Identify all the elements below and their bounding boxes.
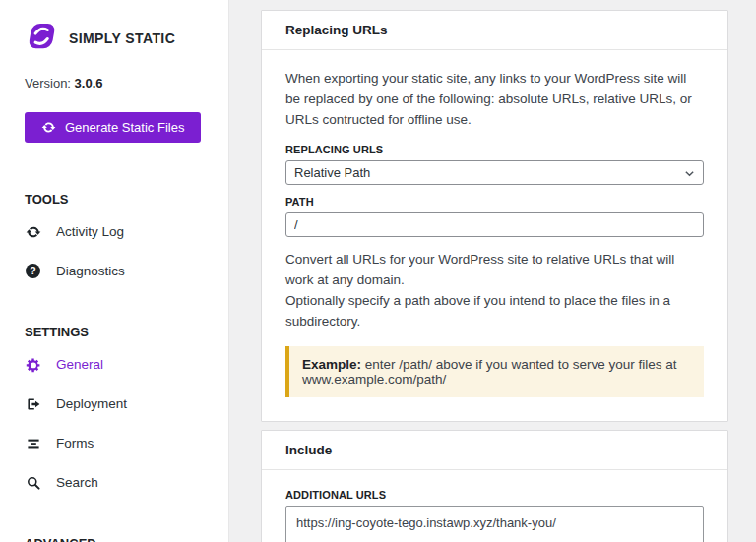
card-title-include: Include [262, 431, 727, 470]
example-label: Example: [302, 357, 361, 372]
version-text: Version: 3.0.6 [25, 76, 209, 90]
replacing-urls-card: Replacing URLs When exporting your stati… [261, 10, 728, 422]
sidebar-item-label: General [56, 357, 103, 372]
generate-static-files-button[interactable]: Generate Static Files [25, 112, 201, 143]
sidebar-item-search[interactable]: Search [25, 468, 209, 497]
additional-urls-textarea[interactable]: https://ing-coyote-tego.instawp.xyz/than… [285, 506, 704, 542]
sidebar-item-label: Deployment [56, 396, 127, 411]
search-icon [25, 474, 41, 491]
sidebar-item-activity-log[interactable]: Activity Log [25, 217, 209, 246]
path-input[interactable] [285, 212, 704, 237]
generate-button-label: Generate Static Files [65, 120, 184, 135]
settings-content: Replacing URLs When exporting your stati… [230, 0, 756, 542]
plugin-name: SIMPLY STATIC [69, 30, 175, 46]
sidebar-item-label: Diagnostics [56, 264, 125, 278]
sidebar-item-label: Activity Log [56, 224, 124, 239]
section-title-settings: SETTINGS [25, 325, 209, 339]
export-icon [25, 395, 41, 412]
simply-static-logo-icon [25, 22, 60, 54]
forms-icon [25, 435, 41, 452]
sidebar-item-deployment[interactable]: Deployment [25, 390, 209, 418]
refresh-icon [25, 223, 41, 240]
sidebar-item-label: Forms [56, 436, 94, 451]
help-icon: ? [25, 263, 41, 279]
sidebar-item-label: Search [56, 475, 98, 490]
relative-url-help: Convert all URLs for your WordPress site… [285, 250, 704, 332]
example-notice: Example: enter /path/ above if you wante… [285, 346, 704, 397]
plugin-logo: SIMPLY STATIC [25, 22, 209, 54]
replacing-urls-select[interactable]: Relative Path [285, 160, 704, 185]
additional-urls-label: ADDITIONAL URLS [285, 489, 704, 501]
sidebar-item-forms[interactable]: Forms [25, 429, 209, 457]
include-card: Include ADDITIONAL URLS https://ing-coyo… [261, 430, 728, 542]
replacing-urls-select-label: REPLACING URLS [285, 144, 704, 155]
path-label: PATH [285, 196, 704, 208]
sidebar-item-general[interactable]: General [25, 350, 209, 379]
section-title-advanced: ADVANCED [25, 536, 209, 542]
refresh-icon [41, 120, 56, 135]
card-title-replacing-urls: Replacing URLs [262, 11, 727, 50]
replacing-urls-intro: When exporting your static site, any lin… [285, 69, 704, 131]
gear-icon [25, 356, 41, 373]
sidebar-item-diagnostics[interactable]: ? Diagnostics [25, 257, 209, 285]
version-number: 3.0.6 [75, 76, 103, 90]
replacing-urls-select-wrap: Relative Path [285, 160, 704, 185]
section-title-tools: TOOLS [25, 192, 209, 207]
sidebar: SIMPLY STATIC Version: 3.0.6 Generate St… [0, 0, 229, 542]
